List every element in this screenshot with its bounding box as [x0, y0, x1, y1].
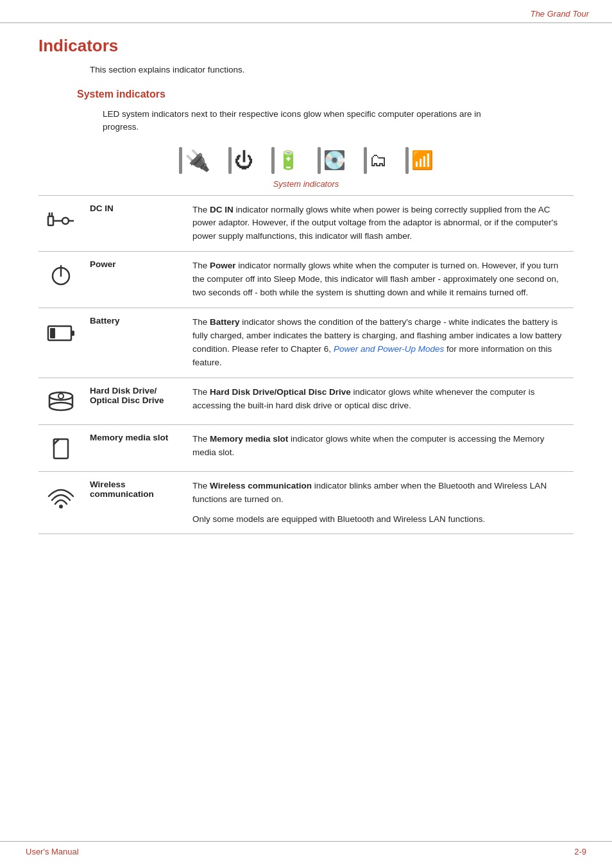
indicator-bar-wireless: [405, 147, 409, 174]
page-header: The Grand Tour: [0, 0, 612, 23]
indicator-bar-power: [228, 147, 232, 174]
dc-in-name: DC IN: [83, 195, 186, 252]
wireless-table-icon: [38, 471, 83, 534]
header-title: The Grand Tour: [531, 9, 589, 19]
memory-icon: 🗂: [370, 150, 387, 171]
hdd-name: Hard Disk Drive/Optical Disc Drive: [83, 378, 186, 424]
svg-point-18: [59, 505, 63, 508]
svg-rect-2: [62, 218, 69, 224]
battery-svg-icon: [46, 316, 76, 347]
hdd-icon: 💽: [323, 150, 346, 171]
svg-point-15: [49, 403, 72, 410]
wireless-icon: 📶: [411, 150, 434, 171]
footer-right: 2-9: [574, 847, 586, 856]
svg-rect-0: [48, 216, 53, 225]
svg-rect-10: [50, 328, 55, 338]
table-row: Battery The Battery indicator shows the …: [38, 308, 574, 378]
wireless-name: Wirelesscommunication: [83, 471, 186, 534]
table-row: DC IN The DC IN indicator normally glows…: [38, 195, 574, 252]
power-svg-icon: [46, 259, 76, 290]
section-title: System indicators: [77, 89, 574, 100]
dc-in-table-icon: [38, 195, 83, 252]
table-row: Power The Power indicator normally glows…: [38, 252, 574, 308]
indicator-bar-hdd: [318, 147, 321, 174]
page-footer: User's Manual 2-9: [0, 841, 612, 856]
memory-desc: The Memory media slot indicator glows wh…: [186, 424, 574, 471]
power-icon: ⏻: [234, 150, 253, 171]
dc-in-svg-icon: [46, 204, 76, 234]
indicators-table: DC IN The DC IN indicator normally glows…: [38, 195, 574, 535]
wireless-svg-icon: [46, 482, 76, 513]
battery-desc: The Battery indicator shows the conditio…: [186, 308, 574, 378]
power-table-icon: [38, 252, 83, 308]
indicator-bar-memory: [364, 147, 367, 174]
memory-svg-icon: [46, 433, 76, 464]
icons-caption: System indicators: [38, 179, 574, 189]
wireless-desc: The Wireless communication indicator bli…: [186, 471, 574, 534]
battery-name: Battery: [83, 308, 186, 378]
svg-rect-9: [71, 331, 74, 336]
page-content: Indicators This section explains indicat…: [0, 23, 612, 547]
hdd-table-icon: [38, 378, 83, 424]
table-row: Wirelesscommunication The Wireless commu…: [38, 471, 574, 534]
memory-icon-group: 🗂: [364, 147, 387, 174]
power-name: Power: [83, 252, 186, 308]
svg-rect-12: [49, 396, 72, 406]
intro-text: This section explains indicator function…: [90, 65, 574, 74]
battery-table-icon: [38, 308, 83, 378]
hdd-icon-group: 💽: [318, 147, 346, 174]
indicator-bar-battery: [271, 147, 275, 174]
memory-table-icon: [38, 424, 83, 471]
icons-row: 🔌 ⏻ 🔋 💽 🗂 📶: [38, 147, 574, 174]
table-row: Memory media slot The Memory media slot …: [38, 424, 574, 471]
hdd-svg-icon: [46, 386, 76, 417]
dc-in-icon: 🔌: [185, 148, 210, 173]
table-row: Hard Disk Drive/Optical Disc Drive The H…: [38, 378, 574, 424]
svg-point-16: [58, 394, 64, 399]
battery-icon-group: 🔋: [271, 147, 300, 174]
battery-icon: 🔋: [277, 150, 300, 171]
memory-name: Memory media slot: [83, 424, 186, 471]
battery-link[interactable]: Power and Power-Up Modes: [334, 344, 444, 354]
hdd-desc: The Hard Disk Drive/Optical Disc Drive i…: [186, 378, 574, 424]
wireless-icon-group: 📶: [405, 147, 434, 174]
power-icon-group: ⏻: [228, 147, 253, 174]
indicator-bar-dc: [179, 147, 182, 174]
section-desc: LED system indicators next to their resp…: [103, 108, 488, 134]
dc-in-icon-group: 🔌: [179, 147, 210, 174]
footer-left: User's Manual: [26, 847, 79, 856]
main-title: Indicators: [38, 36, 574, 56]
power-desc: The Power indicator normally glows white…: [186, 252, 574, 308]
dc-in-desc: The DC IN indicator normally glows white…: [186, 195, 574, 252]
